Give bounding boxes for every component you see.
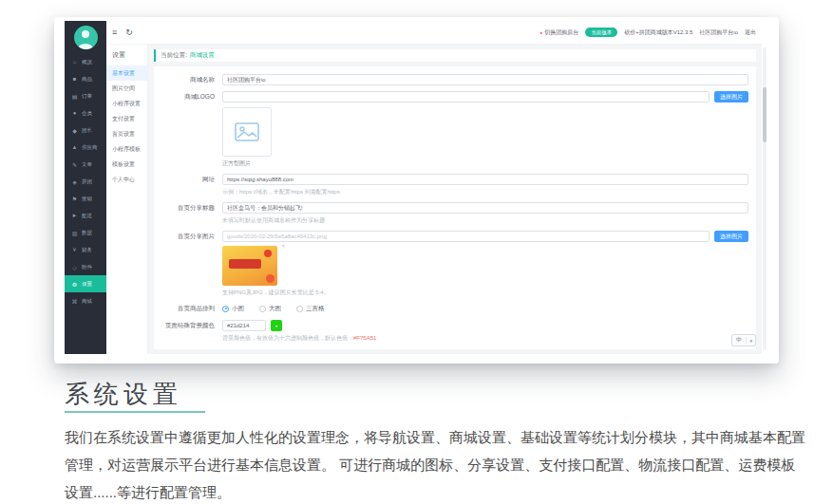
- sidebar-item-mall[interactable]: ⌘商城: [65, 292, 106, 309]
- logout-button[interactable]: 退出: [745, 28, 756, 37]
- chart-icon: ▥: [71, 230, 78, 236]
- main-content: 当前位置: 商城设置 商城名称 商城LOGO: [148, 45, 762, 354]
- bg-color-hint: 背景颜色值，有效值为十六进制颜色值，默认色值：#F75A51: [222, 334, 748, 343]
- title-color-radio-group: 白色 黑色: [222, 348, 748, 349]
- submenu-item-payment[interactable]: 支付设置: [106, 111, 147, 126]
- radio-dot-icon: [222, 306, 229, 312]
- sidebar-item-label: 概况: [82, 59, 92, 65]
- submenu-item-homepage[interactable]: 首页设置: [106, 126, 147, 141]
- sidebar-item-overview[interactable]: ⌂概况: [65, 53, 106, 70]
- sidebar-item-members[interactable]: ●会员: [65, 104, 106, 121]
- primary-sidebar: ⌂概况 ■商品 ▤订单 ●会员 ◆团长 ▲供应商 ✎文章 ◈拼团 ⚑营销 ►配送…: [65, 21, 106, 354]
- form-row-url: 网址 示例：https://域名，未配置https 则需配置https: [154, 174, 748, 196]
- sidebar-item-goods[interactable]: ■商品: [65, 70, 106, 87]
- sidebar-item-label: 设置: [82, 281, 92, 288]
- sidebar-item-data[interactable]: ▥数据: [65, 224, 106, 241]
- form-row-logo: 商城LOGO 选择图片: [154, 91, 748, 168]
- logo-caption: 正方型图片: [222, 159, 748, 168]
- thumbnail-art: [229, 259, 261, 269]
- submenu-item-imagespace[interactable]: 图片空间: [106, 81, 147, 96]
- leader-icon: ◆: [71, 127, 78, 134]
- switch-backend-label: 切换团购后台: [544, 29, 578, 35]
- avatar[interactable]: [74, 26, 98, 49]
- sidebar-item-orders[interactable]: ▤订单: [65, 87, 106, 104]
- sidebar-item-marketing[interactable]: ⚑营销: [65, 190, 106, 207]
- share-title-hint: 未填写时默认使用商城名称作为分享标题: [222, 216, 748, 225]
- platform-name[interactable]: 社区团购平台io: [699, 28, 738, 37]
- radio-label: 小图: [232, 305, 244, 313]
- sidebar-item-suppliers[interactable]: ▲供应商: [65, 139, 106, 156]
- sidebar-item-leaders[interactable]: ◆团长: [65, 121, 106, 139]
- submenu-item-template[interactable]: 模板设置: [106, 157, 147, 172]
- sidebar-item-finance[interactable]: ¥财务: [65, 241, 106, 258]
- site-url-input[interactable]: [222, 174, 748, 185]
- sidebar-item-groupbuy[interactable]: ◈拼团: [65, 173, 106, 190]
- description-paragraph: 我们在系统设置中遵循更加人性化的设置理念，将导航设置、商城设置、基础设置等统计划…: [65, 423, 809, 504]
- shop-name-label: 商城名称: [154, 74, 222, 85]
- sidebar-item-delivery[interactable]: ►配送: [65, 207, 106, 224]
- mall-icon: ⌘: [71, 298, 78, 305]
- shop-name-input[interactable]: [222, 74, 748, 85]
- marketing-icon: ⚑: [71, 196, 78, 202]
- sidebar-item-label: 营销: [82, 196, 92, 202]
- finance-icon: ¥: [71, 247, 78, 252]
- submenu-item-miniprogram[interactable]: 小程序设置: [106, 96, 147, 111]
- logo-upload-box[interactable]: [222, 107, 272, 157]
- admin-app: ⌂概况 ■商品 ▤订单 ●会员 ◆团长 ▲供应商 ✎文章 ◈拼团 ⚑营销 ►配送…: [65, 21, 762, 354]
- avatar-area: [65, 21, 106, 53]
- switch-backend-link[interactable]: ●切换团购后台: [540, 28, 578, 37]
- share-image-input[interactable]: [222, 231, 710, 242]
- radio-grid-three[interactable]: 三宫格: [296, 305, 325, 313]
- radio-large-image[interactable]: 大图: [259, 305, 281, 313]
- sidebar-item-attachments[interactable]: ◇附件: [65, 258, 106, 275]
- version-badge: 当前版本: [585, 28, 617, 37]
- version-text: 砍价+拼团商城版本V12.3.5: [624, 28, 692, 37]
- radio-label: 三宫格: [306, 305, 325, 313]
- caret-down-icon: ▾: [275, 324, 277, 328]
- goods-layout-radio-group: 小图 大图 三宫格: [222, 303, 748, 314]
- content-column: ≡ ↻ ●切换团购后台 当前版本 砍价+拼团商城版本V12.3.5 社区团购平台…: [106, 21, 762, 354]
- shop-logo-input[interactable]: [222, 91, 710, 103]
- image-placeholder-icon: [235, 122, 259, 141]
- breadcrumb-current[interactable]: 商城设置: [190, 51, 215, 60]
- chevron-down-icon[interactable]: ▾: [746, 337, 755, 345]
- color-swatch[interactable]: ▾: [271, 320, 282, 331]
- form-row-goods-layout: 首页商品排列 小图 大图 三宫格: [154, 303, 748, 314]
- breadcrumb: 当前位置: 商城设置: [154, 49, 756, 62]
- site-url-label: 网址: [154, 174, 222, 196]
- language-label: 中: [732, 335, 747, 345]
- share-image-thumbnail[interactable]: [222, 246, 277, 286]
- submenu-item-minitemplate[interactable]: 小程序模板: [106, 141, 147, 157]
- scrollbar-track[interactable]: [763, 47, 767, 350]
- form-row-title-color: 页面标题文本颜色 白色 黑色 前端标题色值，包括导航、标题、状态栏的颜色，仅支持…: [154, 348, 748, 349]
- submenu-item-basic[interactable]: 基本设置: [106, 65, 147, 81]
- sidebar-item-label: 会员: [82, 110, 92, 117]
- notice-dot-icon: ●: [540, 29, 542, 35]
- sidebar-item-label: 附件: [82, 264, 92, 271]
- share-title-input[interactable]: [222, 202, 748, 214]
- home-icon: ⌂: [71, 59, 78, 65]
- form-row-shop-name: 商城名称: [154, 74, 748, 85]
- sidebar-item-label: 供应商: [82, 144, 98, 151]
- thumbnail-art: [264, 250, 272, 257]
- sidebar-item-articles[interactable]: ✎文章: [65, 156, 106, 173]
- choose-logo-button[interactable]: 选择图片: [714, 91, 748, 103]
- language-widget: 中 ▾: [731, 334, 756, 346]
- delivery-icon: ►: [71, 213, 78, 218]
- refresh-icon[interactable]: ↻: [125, 28, 133, 37]
- scrollbar-thumb[interactable]: [763, 87, 767, 142]
- bg-color-default-value: #F75A51: [353, 335, 376, 341]
- bg-color-label: 页面特殊背景颜色: [154, 320, 222, 343]
- submenu-item-profile[interactable]: 个人中心: [106, 172, 147, 187]
- bg-color-hint-text: 背景颜色值，有效值为十六进制颜色值，默认色值：: [222, 335, 353, 341]
- goods-layout-label: 首页商品排列: [154, 303, 222, 314]
- remove-image-icon[interactable]: ×: [281, 243, 285, 249]
- sidebar-item-label: 商城: [82, 298, 92, 305]
- bg-color-input[interactable]: [222, 320, 266, 331]
- sidebar-item-settings[interactable]: ⚙设置: [65, 275, 106, 292]
- admin-screenshot-card: ⌂概况 ■商品 ▤订单 ●会员 ◆团长 ▲供应商 ✎文章 ◈拼团 ⚑营销 ►配送…: [54, 17, 779, 364]
- radio-small-image[interactable]: 小图: [222, 305, 244, 313]
- hamburger-icon[interactable]: ≡: [112, 28, 117, 37]
- groupbuy-icon: ◈: [71, 178, 78, 185]
- choose-share-image-button[interactable]: 选择图片: [714, 231, 748, 242]
